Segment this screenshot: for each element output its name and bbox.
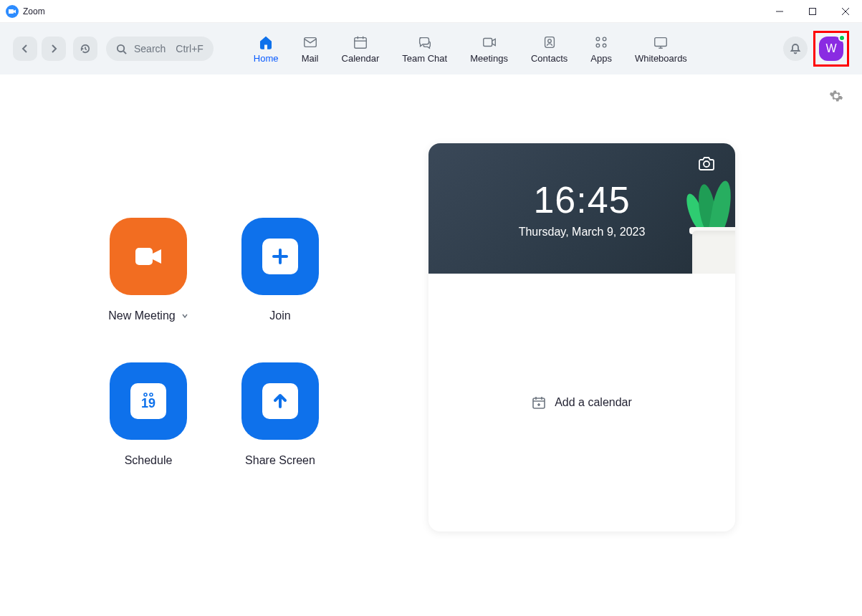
svg-point-15 [596, 37, 600, 41]
chevron-down-icon [181, 312, 188, 319]
zoom-logo-icon [6, 5, 19, 18]
add-calendar-button[interactable]: Add a calendar [428, 274, 735, 531]
mail-icon [302, 34, 319, 50]
svg-marker-23 [153, 249, 161, 264]
plus-icon [271, 247, 289, 266]
settings-button[interactable] [829, 89, 843, 106]
svg-point-4 [118, 44, 124, 51]
svg-line-5 [123, 51, 126, 54]
nav-whiteboards[interactable]: Whiteboards [623, 34, 699, 64]
video-camera-icon [131, 239, 166, 274]
minimize-button[interactable] [763, 0, 796, 23]
camera-icon [698, 156, 715, 170]
clock-date: Thursday, March 9, 2023 [519, 226, 646, 239]
svg-rect-7 [355, 37, 367, 48]
contacts-icon [541, 34, 558, 50]
history-button[interactable] [73, 37, 97, 61]
apps-icon [593, 34, 610, 50]
profile-avatar[interactable]: W [819, 37, 843, 61]
arrow-up-icon [271, 392, 289, 410]
schedule-button[interactable]: 19 [110, 362, 187, 440]
nav-meetings[interactable]: Meetings [459, 34, 519, 64]
search-label: Search [134, 43, 166, 54]
nav-back-button[interactable] [13, 37, 37, 61]
calendar-plus-icon [532, 395, 546, 410]
titlebar: Zoom [0, 0, 862, 23]
window-title: Zoom [23, 6, 45, 16]
maximize-button[interactable] [796, 0, 829, 23]
calendar-panel: 16:45 Thursday, March 9, 2023 Add a cale… [428, 74, 862, 616]
actions-panel: New Meeting Join 19 Schedule [0, 74, 428, 616]
change-background-button[interactable] [698, 156, 715, 173]
add-calendar-label: Add a calendar [555, 396, 632, 409]
join-button[interactable] [241, 218, 319, 295]
join-label: Join [269, 309, 290, 322]
share-screen-button[interactable] [241, 362, 319, 440]
new-meeting-button[interactable] [110, 218, 187, 295]
primary-nav: Home Mail Calendar Team Chat Meetings Co… [242, 34, 699, 64]
chat-icon [416, 34, 434, 50]
new-meeting-label[interactable]: New Meeting [108, 309, 188, 322]
svg-rect-11 [483, 38, 492, 46]
calendar-card: 16:45 Thursday, March 9, 2023 Add a cale… [428, 143, 735, 531]
svg-point-16 [603, 37, 606, 41]
search-button[interactable]: Search Ctrl+F [106, 37, 214, 61]
svg-rect-6 [304, 37, 316, 47]
svg-rect-19 [655, 37, 667, 46]
search-icon [116, 44, 127, 54]
svg-rect-1 [810, 8, 816, 14]
schedule-label: Schedule [125, 454, 173, 467]
main-toolbar: Search Ctrl+F Home Mail Calendar Team Ch… [0, 23, 862, 74]
bell-icon [790, 43, 801, 54]
nav-team-chat[interactable]: Team Chat [391, 34, 459, 64]
svg-point-14 [547, 39, 551, 42]
svg-rect-22 [135, 248, 153, 265]
nav-mail[interactable]: Mail [290, 34, 330, 64]
nav-forward-button[interactable] [42, 37, 66, 61]
svg-point-18 [603, 44, 606, 47]
whiteboard-icon [652, 34, 669, 50]
nav-contacts[interactable]: Contacts [519, 34, 579, 64]
nav-apps[interactable]: Apps [579, 34, 623, 64]
plant-decoration [678, 216, 735, 274]
hero-banner: 16:45 Thursday, March 9, 2023 [428, 143, 735, 274]
calendar-icon [352, 34, 369, 50]
share-screen-label: Share Screen [245, 454, 315, 467]
close-button[interactable] [829, 0, 862, 23]
svg-point-29 [704, 161, 709, 167]
nav-calendar[interactable]: Calendar [330, 34, 391, 64]
content-area: New Meeting Join 19 Schedule [0, 74, 862, 616]
video-icon [481, 34, 498, 50]
nav-home[interactable]: Home [242, 34, 290, 64]
clock-time: 16:45 [533, 178, 630, 221]
svg-point-17 [596, 44, 600, 47]
home-icon [257, 34, 274, 50]
gear-icon [829, 89, 843, 103]
profile-highlight: W [813, 31, 849, 67]
presence-indicator [838, 34, 846, 42]
notifications-button[interactable] [783, 37, 808, 61]
search-shortcut: Ctrl+F [176, 43, 203, 54]
svg-marker-12 [492, 39, 495, 45]
